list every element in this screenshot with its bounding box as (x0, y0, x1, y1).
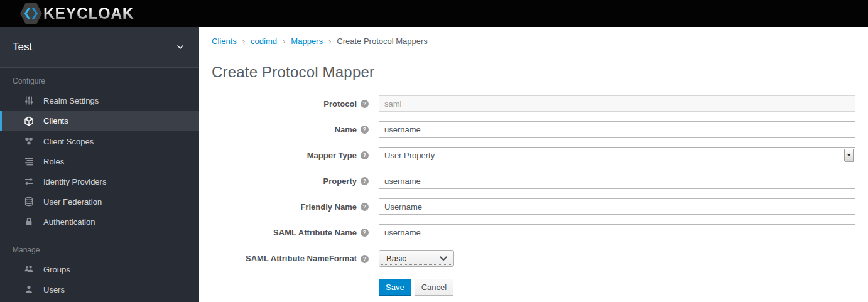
breadcrumb-separator-icon: › (283, 36, 285, 46)
sidebar-item-groups[interactable]: Groups (0, 259, 199, 279)
breadcrumb-link-mappers[interactable]: Mappers (291, 36, 323, 46)
friendly-name-input[interactable] (379, 198, 855, 215)
save-button[interactable]: Save (379, 279, 411, 296)
sidebar-item-label: Realm Settings (43, 96, 99, 105)
name-input[interactable] (379, 121, 855, 138)
mapper-type-select[interactable]: User Property ▼ (379, 147, 855, 163)
chevron-down-icon (176, 45, 184, 50)
lock-icon (23, 217, 34, 227)
exchange-icon (23, 176, 34, 186)
help-icon: ? (361, 229, 369, 237)
sidebar-item-identity-providers[interactable]: Identity Providers (0, 171, 199, 191)
sidebar-item-user-federation[interactable]: User Federation (0, 191, 199, 212)
saml-nameformat-label: SAML Attribute NameFormat? (212, 253, 369, 263)
help-icon: ? (361, 151, 369, 159)
dropdown-arrow-icon: ▼ (844, 149, 854, 161)
breadcrumb-current: Create Protocol Mappers (337, 36, 428, 46)
mapper-type-selected-value: User Property (384, 151, 435, 160)
sidebar-item-authentication[interactable]: Authentication (0, 212, 199, 232)
breadcrumb: Clients › codimd › Mappers › Create Prot… (212, 36, 855, 46)
sidebar: Test Configure Realm Settings Clients (0, 27, 199, 302)
friendly-name-label: Friendly Name? (212, 202, 369, 212)
sidebar-item-label: User Federation (43, 197, 102, 207)
breadcrumb-link-clients[interactable]: Clients (212, 36, 237, 46)
form-row-friendly-name: Friendly Name? (212, 198, 855, 215)
form-row-saml-nameformat: SAML Attribute NameFormat? Basic (212, 250, 855, 267)
protocol-label: Protocol? (212, 99, 369, 109)
cubes-icon (23, 136, 34, 146)
sidebar-item-users[interactable]: Users (0, 279, 199, 299)
chevron-down-icon (440, 256, 447, 261)
page-title: Create Protocol Mapper (212, 63, 855, 81)
main-content: Clients › codimd › Mappers › Create Prot… (199, 27, 868, 296)
sliders-icon (23, 95, 34, 105)
sidebar-item-client-scopes[interactable]: Client Scopes (0, 131, 199, 151)
saml-attribute-name-label: SAML Attribute Name? (212, 227, 369, 237)
property-input[interactable] (379, 173, 855, 189)
help-icon: ? (361, 126, 369, 134)
realm-selector[interactable]: Test (0, 27, 199, 68)
create-protocol-mapper-form: Protocol? Name? Mapper Type? User Proper… (212, 95, 855, 296)
sidebar-item-label: Identity Providers (43, 177, 106, 186)
form-row-name: Name? (212, 121, 855, 138)
user-icon (23, 284, 34, 294)
sidebar-item-roles[interactable]: Roles (0, 151, 199, 171)
breadcrumb-link-codimd[interactable]: codimd (251, 36, 277, 46)
sidebar-item-label: Roles (43, 157, 64, 166)
sidebar-item-label: Users (43, 285, 65, 294)
database-icon (23, 197, 34, 207)
property-label: Property? (212, 176, 369, 186)
form-actions: Save Cancel (379, 279, 855, 296)
nav-section-manage: Manage (0, 245, 199, 254)
breadcrumb-separator-icon: › (328, 36, 331, 46)
keycloak-logo-text: KEYCLOAK (43, 6, 134, 21)
sidebar-item-label: Client Scopes (43, 137, 94, 146)
help-icon: ? (361, 255, 369, 263)
realm-name: Test (13, 41, 32, 53)
form-row-mapper-type: Mapper Type? User Property ▼ (212, 147, 855, 163)
cancel-button[interactable]: Cancel (415, 279, 453, 296)
mapper-type-label: Mapper Type? (212, 150, 369, 160)
keycloak-logo-icon (19, 2, 43, 25)
cube-icon (23, 116, 34, 126)
help-icon: ? (361, 100, 369, 108)
saml-nameformat-select[interactable]: Basic (379, 250, 454, 267)
help-icon: ? (361, 203, 369, 211)
breadcrumb-separator-icon: › (242, 36, 245, 46)
users-icon (23, 264, 34, 274)
form-row-protocol: Protocol? (212, 95, 855, 112)
saml-attribute-name-input[interactable] (379, 224, 855, 240)
form-row-saml-attribute-name: SAML Attribute Name? (212, 224, 855, 240)
list-icon (23, 156, 34, 166)
keycloak-logo[interactable]: KEYCLOAK (19, 2, 134, 25)
sidebar-item-clients[interactable]: Clients (0, 111, 199, 131)
help-icon: ? (361, 177, 369, 185)
name-label: Name? (212, 124, 369, 134)
top-navbar: KEYCLOAK (0, 0, 868, 27)
protocol-input (379, 95, 855, 112)
sidebar-item-label: Groups (43, 265, 70, 274)
sidebar-item-realm-settings[interactable]: Realm Settings (0, 90, 199, 111)
saml-nameformat-selected-value: Basic (386, 254, 406, 263)
sidebar-item-label: Clients (43, 116, 68, 126)
nav-section-configure: Configure (0, 77, 199, 85)
form-row-property: Property? (212, 173, 855, 189)
sidebar-item-label: Authentication (43, 217, 95, 227)
